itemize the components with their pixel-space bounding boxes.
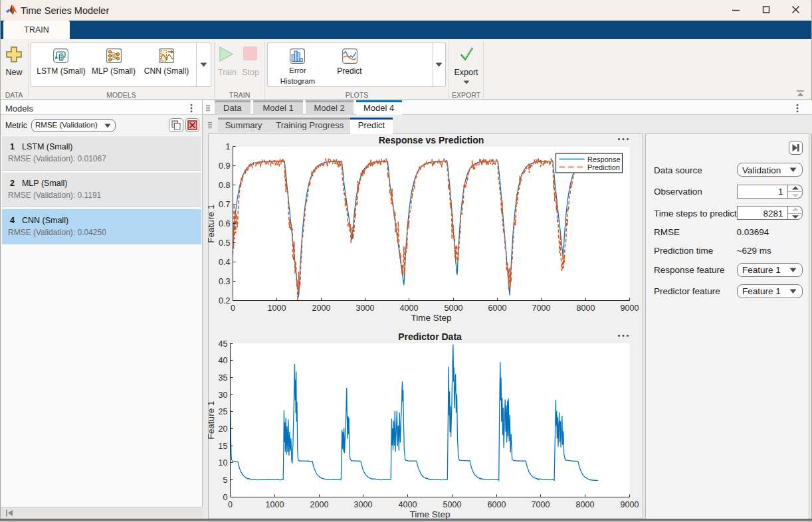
svg-text:10: 10 [219, 458, 228, 468]
svg-text:Predictor Data: Predictor Data [398, 331, 462, 342]
svg-text:0.8: 0.8 [219, 181, 230, 190]
svg-text:5000: 5000 [443, 500, 462, 509]
svg-text:8000: 8000 [576, 500, 595, 509]
svg-text:6000: 6000 [488, 500, 506, 509]
svg-text:0.5: 0.5 [219, 238, 230, 248]
svg-text:8000: 8000 [577, 304, 595, 313]
svg-text:0: 0 [223, 493, 228, 502]
svg-text:0.2: 0.2 [219, 296, 230, 305]
svg-text:15: 15 [219, 442, 228, 451]
svg-text:2000: 2000 [312, 304, 331, 313]
svg-text:0.3: 0.3 [219, 277, 230, 286]
svg-text:1: 1 [226, 142, 231, 151]
svg-text:Time Step: Time Step [411, 313, 451, 323]
svg-text:7000: 7000 [532, 304, 551, 313]
svg-text:9000: 9000 [621, 304, 639, 313]
svg-text:Time Step: Time Step [409, 509, 450, 519]
svg-text:9000: 9000 [621, 500, 639, 509]
svg-text:1000: 1000 [266, 500, 284, 509]
svg-text:0.4: 0.4 [219, 258, 230, 267]
svg-text:Prediction: Prediction [587, 163, 620, 171]
svg-text:Feature 1: Feature 1 [208, 205, 216, 243]
svg-text:Response vs Prediction: Response vs Prediction [379, 135, 484, 145]
svg-text:4000: 4000 [399, 500, 417, 509]
svg-text:45: 45 [219, 339, 228, 349]
svg-text:7000: 7000 [532, 500, 550, 509]
svg-text:0.9: 0.9 [219, 161, 230, 171]
svg-text:Feature 1: Feature 1 [208, 401, 216, 440]
svg-text:3000: 3000 [354, 500, 373, 509]
svg-text:4000: 4000 [400, 304, 419, 313]
svg-text:0.7: 0.7 [219, 200, 230, 209]
svg-text:5: 5 [223, 476, 228, 485]
svg-text:20: 20 [219, 424, 228, 434]
svg-text:6000: 6000 [488, 304, 507, 313]
svg-text:0.6: 0.6 [219, 219, 230, 228]
svg-text:1000: 1000 [268, 304, 286, 313]
svg-text:25: 25 [219, 407, 228, 416]
svg-text:3000: 3000 [356, 304, 375, 313]
svg-text:2000: 2000 [310, 500, 329, 509]
svg-text:5000: 5000 [445, 304, 463, 313]
svg-text:0: 0 [228, 500, 233, 509]
svg-text:40: 40 [219, 356, 228, 365]
svg-text:35: 35 [219, 373, 228, 383]
svg-text:30: 30 [219, 391, 228, 400]
svg-text:0: 0 [231, 304, 235, 313]
svg-text:Response: Response [587, 155, 621, 163]
